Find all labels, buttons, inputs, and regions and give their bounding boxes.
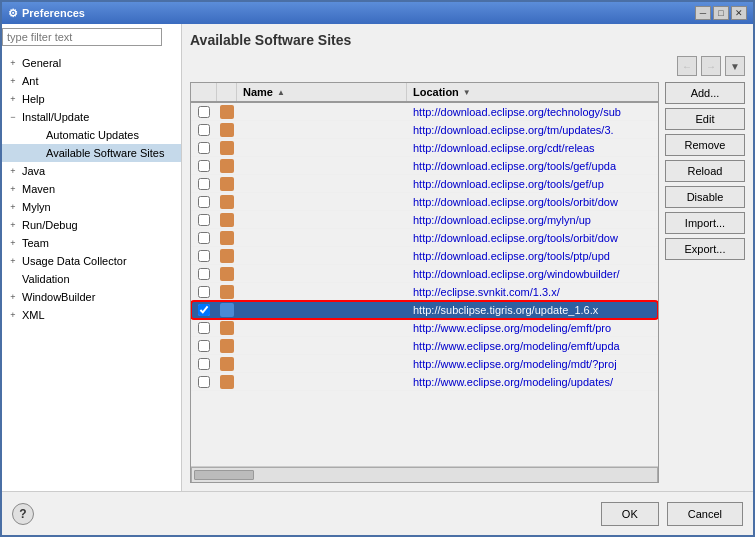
row-location: http://download.eclipse.org/windowbuilde… xyxy=(407,267,658,281)
import-button[interactable]: Import... xyxy=(665,212,745,234)
sidebar-item-run-debug[interactable]: +Run/Debug xyxy=(2,216,181,234)
row-name xyxy=(237,309,407,311)
sidebar-item-label: General xyxy=(22,57,61,69)
sidebar-item-maven[interactable]: +Maven xyxy=(2,180,181,198)
row-checkbox[interactable] xyxy=(191,231,217,245)
row-checkbox[interactable] xyxy=(191,321,217,335)
sidebar-item-windowbuilder[interactable]: +WindowBuilder xyxy=(2,288,181,306)
row-location: http://www.eclipse.org/modeling/emft/pro xyxy=(407,321,658,335)
window-icon: ⚙ xyxy=(8,7,18,20)
row-checkbox[interactable] xyxy=(191,123,217,137)
table-row[interactable]: http://www.eclipse.org/modeling/mdt/?pro… xyxy=(191,355,658,373)
sidebar-item-team[interactable]: +Team xyxy=(2,234,181,252)
forward-button[interactable]: → xyxy=(701,56,721,76)
sidebar-item-xml[interactable]: +XML xyxy=(2,306,181,324)
row-checkbox[interactable] xyxy=(191,195,217,209)
sidebar-item-usage-data-collector[interactable]: +Usage Data Collector xyxy=(2,252,181,270)
minimize-button[interactable]: ─ xyxy=(695,6,711,20)
sidebar-item-label: Java xyxy=(22,165,45,177)
sidebar: +General+Ant+Help−Install/UpdateAutomati… xyxy=(2,24,182,491)
sidebar-item-mylyn[interactable]: +Mylyn xyxy=(2,198,181,216)
row-location: http://eclipse.svnkit.com/1.3.x/ xyxy=(407,285,658,299)
table-row[interactable]: http://download.eclipse.org/windowbuilde… xyxy=(191,265,658,283)
edit-button[interactable]: Edit xyxy=(665,108,745,130)
row-name xyxy=(237,327,407,329)
table-row[interactable]: http://subclipse.tigris.org/update_1.6.x xyxy=(191,301,658,319)
row-location: http://download.eclipse.org/tools/orbit/… xyxy=(407,195,658,209)
content-area: Available Software Sites ← → ▼ Nam xyxy=(182,24,753,491)
row-checkbox[interactable] xyxy=(191,159,217,173)
row-name xyxy=(237,165,407,167)
sidebar-item-validation[interactable]: Validation xyxy=(2,270,181,288)
sidebar-item-available-software-sites[interactable]: Available Software Sites xyxy=(2,144,181,162)
row-location: http://download.eclipse.org/cdt/releas xyxy=(407,141,658,155)
back-button[interactable]: ← xyxy=(677,56,697,76)
row-checkbox[interactable] xyxy=(191,375,217,389)
sidebar-item-java[interactable]: +Java xyxy=(2,162,181,180)
hscroll-thumb[interactable] xyxy=(194,470,254,480)
close-button[interactable]: ✕ xyxy=(731,6,747,20)
hscrollbar[interactable] xyxy=(191,467,658,483)
filter-input[interactable] xyxy=(2,28,162,46)
row-name xyxy=(237,345,407,347)
table-row[interactable]: http://download.eclipse.org/tools/gef/up xyxy=(191,175,658,193)
disable-button[interactable]: Disable xyxy=(665,186,745,208)
row-icon xyxy=(217,338,237,354)
sidebar-item-ant[interactable]: +Ant xyxy=(2,72,181,90)
add-button[interactable]: Add... xyxy=(665,82,745,104)
row-location: http://download.eclipse.org/technology/s… xyxy=(407,105,658,119)
cancel-button[interactable]: Cancel xyxy=(667,502,743,526)
help-button[interactable]: ? xyxy=(12,503,34,525)
row-checkbox[interactable] xyxy=(191,267,217,281)
sidebar-item-label: Maven xyxy=(22,183,55,195)
table-row[interactable]: http://download.eclipse.org/mylyn/up xyxy=(191,211,658,229)
sidebar-item-automatic-updates[interactable]: Automatic Updates xyxy=(2,126,181,144)
sidebar-item-label: Validation xyxy=(22,273,70,285)
tree-expand-icon: + xyxy=(6,218,20,232)
reload-button[interactable]: Reload xyxy=(665,160,745,182)
window-body: +General+Ant+Help−Install/UpdateAutomati… xyxy=(2,24,753,535)
maximize-button[interactable]: □ xyxy=(713,6,729,20)
table-row[interactable]: http://download.eclipse.org/tools/gef/up… xyxy=(191,157,658,175)
tree-expand-icon: + xyxy=(6,200,20,214)
sidebar-item-help[interactable]: +Help xyxy=(2,90,181,108)
table-row[interactable]: http://www.eclipse.org/modeling/updates/ xyxy=(191,373,658,391)
nav-dropdown-button[interactable]: ▼ xyxy=(725,56,745,76)
row-checkbox[interactable] xyxy=(191,105,217,119)
table-row[interactable]: http://www.eclipse.org/modeling/emft/pro xyxy=(191,319,658,337)
sidebar-item-install-update[interactable]: −Install/Update xyxy=(2,108,181,126)
sidebar-item-label: Ant xyxy=(22,75,39,87)
table-row[interactable]: http://eclipse.svnkit.com/1.3.x/ xyxy=(191,283,658,301)
row-checkbox[interactable] xyxy=(191,249,217,263)
row-icon xyxy=(217,374,237,390)
table-row[interactable]: http://download.eclipse.org/tools/ptp/up… xyxy=(191,247,658,265)
table-row[interactable]: http://download.eclipse.org/technology/s… xyxy=(191,103,658,121)
tree-expand-icon: + xyxy=(6,254,20,268)
title-bar: ⚙ Preferences ─ □ ✕ xyxy=(2,2,753,24)
table-row[interactable]: http://download.eclipse.org/tools/orbit/… xyxy=(191,193,658,211)
main-area: +General+Ant+Help−Install/UpdateAutomati… xyxy=(2,24,753,491)
tree-expand-icon: + xyxy=(6,164,20,178)
table-row[interactable]: http://download.eclipse.org/cdt/releas xyxy=(191,139,658,157)
remove-button[interactable]: Remove xyxy=(665,134,745,156)
table-row[interactable]: http://download.eclipse.org/tm/updates/3… xyxy=(191,121,658,139)
row-checkbox[interactable] xyxy=(191,339,217,353)
sidebar-item-general[interactable]: +General xyxy=(2,54,181,72)
table-row[interactable]: http://download.eclipse.org/tools/orbit/… xyxy=(191,229,658,247)
export-button[interactable]: Export... xyxy=(665,238,745,260)
col-location-label: Location xyxy=(413,86,459,98)
row-checkbox[interactable] xyxy=(191,177,217,191)
row-icon xyxy=(217,266,237,282)
row-checkbox[interactable] xyxy=(191,357,217,371)
row-checkbox[interactable] xyxy=(191,141,217,155)
row-icon xyxy=(217,158,237,174)
th-location[interactable]: Location ▼ xyxy=(407,83,658,101)
row-checkbox[interactable] xyxy=(191,303,217,317)
row-checkbox[interactable] xyxy=(191,213,217,227)
th-name[interactable]: Name ▲ xyxy=(237,83,407,101)
row-icon xyxy=(217,356,237,372)
ok-button[interactable]: OK xyxy=(601,502,659,526)
row-name xyxy=(237,129,407,131)
row-checkbox[interactable] xyxy=(191,285,217,299)
table-row[interactable]: http://www.eclipse.org/modeling/emft/upd… xyxy=(191,337,658,355)
